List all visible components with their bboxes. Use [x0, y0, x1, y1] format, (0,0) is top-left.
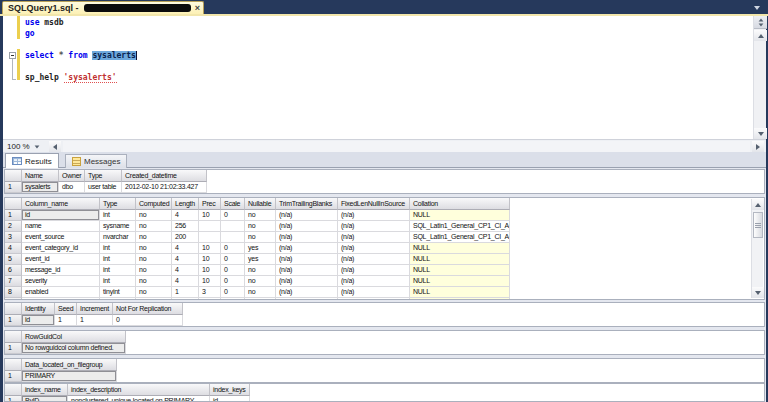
grid-cell[interactable]: no — [245, 276, 276, 287]
grid-column-header[interactable]: FixedLenNullInSource — [338, 198, 410, 210]
grid-cell[interactable]: user table — [85, 182, 122, 193]
hscroll-right-button[interactable] — [752, 141, 764, 152]
grid-row-number[interactable]: 5 — [5, 254, 22, 265]
grid-cell[interactable] — [199, 232, 221, 243]
grid-cell[interactable]: sysname — [100, 221, 136, 232]
grid-cell[interactable]: (n/a) — [338, 243, 410, 254]
grid-column-header[interactable]: Seed — [55, 303, 77, 315]
grid-corner-cell[interactable] — [5, 384, 22, 396]
grid-cell[interactable]: 200 — [172, 232, 199, 243]
grid-corner-cell[interactable] — [5, 359, 22, 371]
document-tab[interactable]: SQLQuery1.sql - × — [2, 1, 204, 14]
grid-index-info[interactable]: index_nameindex_descriptionindex_keys1By… — [4, 383, 765, 402]
grid-cell[interactable]: no — [136, 276, 172, 287]
grid-column-header[interactable]: Not For Replication — [113, 303, 183, 315]
grid-cell[interactable]: no — [245, 232, 276, 243]
grid-column-header[interactable]: Column_name — [22, 198, 100, 210]
grid-cell[interactable]: id — [210, 396, 250, 402]
grid-cell[interactable]: event_category_id — [22, 243, 100, 254]
grid-cell[interactable]: (n/a) — [276, 243, 338, 254]
grid-cell[interactable]: 4 — [172, 243, 199, 254]
grid-row-number[interactable]: 1 — [5, 315, 22, 326]
grid-cell[interactable]: sysalerts — [22, 182, 59, 193]
grid-cell[interactable]: NULL — [410, 210, 510, 221]
zoom-level-dropdown[interactable]: 100 % — [5, 141, 42, 152]
grid-cell[interactable]: SQL_Latin1_General_CP1_CI_AS — [410, 221, 510, 232]
grid-row-number[interactable]: 8 — [5, 287, 22, 298]
editor-splitter-handle[interactable] — [754, 16, 767, 29]
grid-cell[interactable]: (n/a) — [338, 298, 410, 300]
grid-cell[interactable]: 256 — [172, 221, 199, 232]
grid-cell[interactable]: (n/a) — [338, 287, 410, 298]
grid-cell[interactable]: 4 — [172, 298, 199, 300]
tab-results[interactable]: Results — [5, 153, 59, 168]
grid-corner-cell[interactable] — [5, 170, 22, 182]
grid-cell[interactable]: 10 — [199, 276, 221, 287]
grid-table-info[interactable]: NameOwnerTypeCreated_datetime1sysalertsd… — [4, 169, 765, 194]
grid-cell[interactable]: NULL — [410, 276, 510, 287]
grid-cell[interactable]: (n/a) — [338, 254, 410, 265]
grid-column-header[interactable]: Created_datetime — [122, 170, 207, 182]
grid-column-header[interactable]: Collation — [410, 198, 510, 210]
grid-cell[interactable]: (n/a) — [338, 276, 410, 287]
grid-cell[interactable]: 1 — [172, 287, 199, 298]
grid-cell[interactable] — [199, 221, 221, 232]
grid-cell[interactable]: 4 — [172, 210, 199, 221]
grid-column-header[interactable]: Prec — [199, 198, 221, 210]
grid-cell[interactable]: enabled — [22, 287, 100, 298]
grid-cell[interactable]: NULL — [410, 243, 510, 254]
grid-cell[interactable]: 10 — [199, 210, 221, 221]
grid-cell[interactable]: 10 — [199, 243, 221, 254]
grid-scroll-up-button[interactable] — [752, 199, 764, 210]
grid-cell[interactable]: no — [136, 265, 172, 276]
grid-cell[interactable]: event_source — [22, 232, 100, 243]
grid-cell[interactable]: 0 — [221, 265, 245, 276]
grid-cell[interactable]: no — [136, 298, 172, 300]
grid-column-header[interactable]: Length — [172, 198, 199, 210]
tab-list-chevron-down-icon[interactable] — [754, 6, 760, 10]
grid-row-number[interactable]: 9 — [5, 298, 22, 300]
grid-cell[interactable]: 0 — [113, 315, 183, 326]
grid-column-header[interactable]: index_keys — [210, 384, 250, 396]
grid-cell[interactable]: NULL — [410, 298, 510, 300]
horizontal-scrollbar-track[interactable] — [63, 141, 750, 152]
grid-column-header[interactable]: index_description — [68, 384, 210, 396]
hscroll-left-button[interactable] — [49, 141, 61, 152]
grid-rowguidcol-info[interactable]: RowGuidCol1No rowguidcol column defined. — [4, 330, 765, 355]
grid-cell[interactable]: (n/a) — [276, 265, 338, 276]
grid-column-header[interactable]: Data_located_on_filegroup — [22, 359, 117, 371]
grid-cell[interactable]: no — [136, 232, 172, 243]
grid-cell[interactable]: (n/a) — [276, 232, 338, 243]
scroll-down-button[interactable] — [754, 128, 767, 139]
selected-text-sysalerts[interactable]: sysalerts — [92, 51, 135, 60]
grid-scroll-down-button[interactable] — [752, 287, 764, 298]
grid-cell[interactable]: tinyint — [100, 287, 136, 298]
grid-cell[interactable]: 0 — [221, 287, 245, 298]
grid-corner-cell[interactable] — [5, 198, 22, 210]
grid-cell[interactable]: No rowguidcol column defined. — [22, 343, 126, 354]
grid-cell[interactable]: message_id — [22, 265, 100, 276]
grid-cell[interactable]: (n/a) — [276, 287, 338, 298]
grid-column-header[interactable]: TrimTrailingBlanks — [276, 198, 338, 210]
grid-cell[interactable]: 0 — [221, 276, 245, 287]
grid-column-info-pane[interactable]: Column_nameTypeComputedLengthPrecScaleNu… — [4, 197, 765, 300]
editor-vertical-scrollbar[interactable] — [753, 16, 766, 139]
grid-cell[interactable]: dbo — [59, 182, 85, 193]
grid-cell[interactable]: 3 — [199, 287, 221, 298]
grid-cell[interactable]: 4 — [172, 254, 199, 265]
grid-cell[interactable]: 10 — [199, 265, 221, 276]
tab-messages[interactable]: Messages — [65, 154, 127, 168]
grid-row-number[interactable]: 1 — [5, 343, 22, 354]
grid-cell[interactable]: id — [22, 315, 55, 326]
grid-cell[interactable]: int — [100, 276, 136, 287]
grid-filegroup-info[interactable]: Data_located_on_filegroup1PRIMARY — [4, 358, 765, 383]
grid-cell[interactable]: 4 — [172, 265, 199, 276]
grid-cell[interactable]: no — [136, 254, 172, 265]
grid-cell[interactable]: no — [136, 243, 172, 254]
grid-cell[interactable]: 0 — [221, 254, 245, 265]
grid-cell[interactable]: no — [245, 265, 276, 276]
grid-cell[interactable]: 10 — [199, 298, 221, 300]
grid-cell[interactable]: 4 — [172, 276, 199, 287]
grid-cell[interactable]: 2012-02-10 21:02:33.427 — [122, 182, 207, 193]
grid-cell[interactable]: (n/a) — [276, 254, 338, 265]
